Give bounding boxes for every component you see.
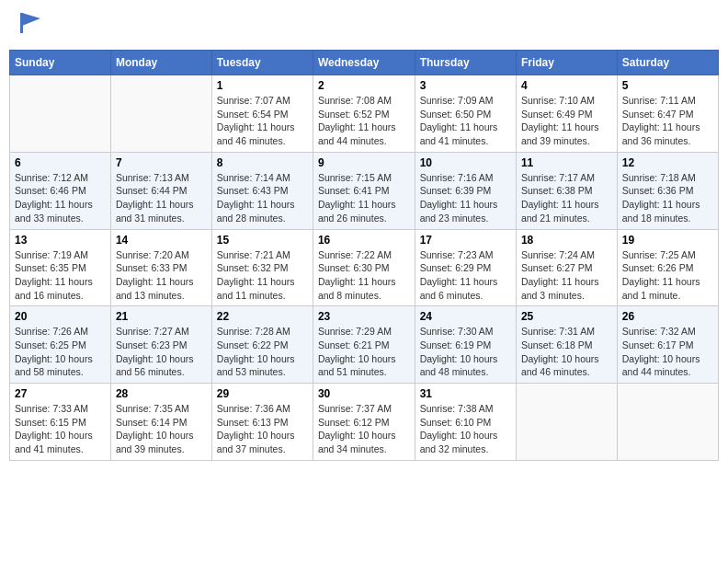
day-number: 31: [420, 387, 511, 400]
day-number: 8: [217, 156, 308, 169]
day-info: Sunrise: 7:24 AMSunset: 6:27 PMDaylight:…: [521, 248, 612, 303]
page-header: [9, 9, 719, 42]
day-number: 11: [521, 156, 612, 169]
day-info: Sunrise: 7:20 AMSunset: 6:33 PMDaylight:…: [116, 248, 207, 303]
day-info: Sunrise: 7:21 AMSunset: 6:32 PMDaylight:…: [217, 248, 308, 303]
calendar-cell: 23Sunrise: 7:29 AMSunset: 6:21 PMDayligh…: [313, 306, 415, 384]
day-number: 5: [622, 79, 713, 92]
calendar-cell: 21Sunrise: 7:27 AMSunset: 6:23 PMDayligh…: [110, 306, 211, 384]
day-info: Sunrise: 7:36 AMSunset: 6:13 PMDaylight:…: [217, 402, 308, 456]
calendar-cell: 19Sunrise: 7:25 AMSunset: 6:26 PMDayligh…: [617, 229, 718, 306]
day-header-thursday: Thursday: [415, 51, 516, 75]
calendar-cell: 17Sunrise: 7:23 AMSunset: 6:29 PMDayligh…: [415, 229, 516, 306]
calendar-cell: 9Sunrise: 7:15 AMSunset: 6:41 PMDaylight…: [313, 152, 415, 229]
day-header-friday: Friday: [516, 51, 617, 75]
day-number: 29: [217, 387, 308, 400]
day-info: Sunrise: 7:15 AMSunset: 6:41 PMDaylight:…: [318, 171, 410, 225]
day-number: 2: [318, 79, 410, 92]
day-header-saturday: Saturday: [617, 51, 718, 75]
day-number: 6: [15, 156, 106, 169]
day-number: 23: [318, 310, 410, 323]
calendar-week-3: 13Sunrise: 7:19 AMSunset: 6:35 PMDayligh…: [10, 229, 719, 306]
calendar-cell: 14Sunrise: 7:20 AMSunset: 6:33 PMDayligh…: [110, 229, 211, 306]
calendar-cell: 30Sunrise: 7:37 AMSunset: 6:12 PMDayligh…: [313, 384, 415, 461]
logo: [13, 13, 44, 39]
calendar-week-4: 20Sunrise: 7:26 AMSunset: 6:25 PMDayligh…: [10, 306, 719, 384]
day-number: 20: [15, 310, 106, 323]
day-header-sunday: Sunday: [10, 51, 111, 75]
day-info: Sunrise: 7:35 AMSunset: 6:14 PMDaylight:…: [116, 402, 207, 456]
day-number: 10: [420, 156, 511, 169]
day-header-monday: Monday: [110, 51, 211, 75]
calendar-cell: 12Sunrise: 7:18 AMSunset: 6:36 PMDayligh…: [617, 152, 718, 229]
day-number: 28: [116, 387, 207, 400]
day-info: Sunrise: 7:14 AMSunset: 6:43 PMDaylight:…: [217, 171, 308, 225]
day-number: 17: [420, 234, 511, 247]
day-info: Sunrise: 7:27 AMSunset: 6:23 PMDaylight:…: [116, 325, 207, 379]
calendar-cell: 13Sunrise: 7:19 AMSunset: 6:35 PMDayligh…: [10, 229, 111, 306]
day-number: 9: [318, 156, 410, 169]
calendar-cell: 31Sunrise: 7:38 AMSunset: 6:10 PMDayligh…: [415, 384, 516, 461]
day-number: 15: [217, 234, 308, 247]
svg-marker-0: [22, 13, 40, 26]
day-info: Sunrise: 7:09 AMSunset: 6:50 PMDaylight:…: [420, 94, 511, 148]
calendar-cell: 16Sunrise: 7:22 AMSunset: 6:30 PMDayligh…: [313, 229, 415, 306]
calendar-cell: 26Sunrise: 7:32 AMSunset: 6:17 PMDayligh…: [617, 306, 718, 384]
day-info: Sunrise: 7:25 AMSunset: 6:26 PMDaylight:…: [622, 248, 713, 303]
calendar-cell: 18Sunrise: 7:24 AMSunset: 6:27 PMDayligh…: [516, 229, 617, 306]
calendar-cell: 3Sunrise: 7:09 AMSunset: 6:50 PMDaylight…: [415, 75, 516, 153]
day-number: 14: [116, 234, 207, 247]
calendar-week-1: 1Sunrise: 7:07 AMSunset: 6:54 PMDaylight…: [10, 75, 719, 153]
calendar-cell: 7Sunrise: 7:13 AMSunset: 6:44 PMDaylight…: [110, 152, 211, 229]
day-header-tuesday: Tuesday: [211, 51, 313, 75]
day-info: Sunrise: 7:19 AMSunset: 6:35 PMDaylight:…: [15, 248, 106, 303]
day-info: Sunrise: 7:07 AMSunset: 6:54 PMDaylight:…: [217, 94, 308, 148]
calendar-week-5: 27Sunrise: 7:33 AMSunset: 6:15 PMDayligh…: [10, 384, 719, 461]
day-number: 18: [521, 234, 612, 247]
day-number: 3: [420, 79, 511, 92]
day-number: 16: [318, 234, 410, 247]
day-number: 26: [622, 310, 713, 323]
day-info: Sunrise: 7:28 AMSunset: 6:22 PMDaylight:…: [217, 325, 308, 379]
day-info: Sunrise: 7:32 AMSunset: 6:17 PMDaylight:…: [622, 325, 713, 379]
calendar-cell: [516, 384, 617, 461]
calendar-cell: 24Sunrise: 7:30 AMSunset: 6:19 PMDayligh…: [415, 306, 516, 384]
day-info: Sunrise: 7:13 AMSunset: 6:44 PMDaylight:…: [116, 171, 207, 225]
calendar-cell: 2Sunrise: 7:08 AMSunset: 6:52 PMDaylight…: [313, 75, 415, 153]
day-info: Sunrise: 7:31 AMSunset: 6:18 PMDaylight:…: [521, 325, 612, 379]
day-number: 1: [217, 79, 308, 92]
calendar-cell: 6Sunrise: 7:12 AMSunset: 6:46 PMDaylight…: [10, 152, 111, 229]
day-info: Sunrise: 7:26 AMSunset: 6:25 PMDaylight:…: [15, 325, 106, 379]
calendar-cell: [617, 384, 718, 461]
calendar-cell: 5Sunrise: 7:11 AMSunset: 6:47 PMDaylight…: [617, 75, 718, 153]
day-header-wednesday: Wednesday: [313, 51, 415, 75]
svg-rect-1: [20, 13, 23, 33]
day-info: Sunrise: 7:29 AMSunset: 6:21 PMDaylight:…: [318, 325, 410, 379]
calendar-cell: 4Sunrise: 7:10 AMSunset: 6:49 PMDaylight…: [516, 75, 617, 153]
calendar-cell: 10Sunrise: 7:16 AMSunset: 6:39 PMDayligh…: [415, 152, 516, 229]
day-info: Sunrise: 7:22 AMSunset: 6:30 PMDaylight:…: [318, 248, 410, 303]
day-info: Sunrise: 7:23 AMSunset: 6:29 PMDaylight:…: [420, 248, 511, 303]
day-number: 7: [116, 156, 207, 169]
day-info: Sunrise: 7:17 AMSunset: 6:38 PMDaylight:…: [521, 171, 612, 225]
calendar-cell: 27Sunrise: 7:33 AMSunset: 6:15 PMDayligh…: [10, 384, 111, 461]
day-info: Sunrise: 7:38 AMSunset: 6:10 PMDaylight:…: [420, 402, 511, 456]
calendar-cell: 25Sunrise: 7:31 AMSunset: 6:18 PMDayligh…: [516, 306, 617, 384]
day-number: 21: [116, 310, 207, 323]
calendar-table: SundayMondayTuesdayWednesdayThursdayFrid…: [9, 50, 719, 461]
day-number: 12: [622, 156, 713, 169]
day-info: Sunrise: 7:12 AMSunset: 6:46 PMDaylight:…: [15, 171, 106, 225]
calendar-cell: 20Sunrise: 7:26 AMSunset: 6:25 PMDayligh…: [10, 306, 111, 384]
day-info: Sunrise: 7:08 AMSunset: 6:52 PMDaylight:…: [318, 94, 410, 148]
day-number: 25: [521, 310, 612, 323]
day-info: Sunrise: 7:16 AMSunset: 6:39 PMDaylight:…: [420, 171, 511, 225]
day-number: 30: [318, 387, 410, 400]
day-info: Sunrise: 7:11 AMSunset: 6:47 PMDaylight:…: [622, 94, 713, 148]
day-info: Sunrise: 7:18 AMSunset: 6:36 PMDaylight:…: [622, 171, 713, 225]
day-info: Sunrise: 7:10 AMSunset: 6:49 PMDaylight:…: [521, 94, 612, 148]
day-number: 19: [622, 234, 713, 247]
day-info: Sunrise: 7:37 AMSunset: 6:12 PMDaylight:…: [318, 402, 410, 456]
calendar-cell: 1Sunrise: 7:07 AMSunset: 6:54 PMDaylight…: [211, 75, 313, 153]
logo-icon: [15, 9, 44, 39]
calendar-cell: [10, 75, 111, 153]
